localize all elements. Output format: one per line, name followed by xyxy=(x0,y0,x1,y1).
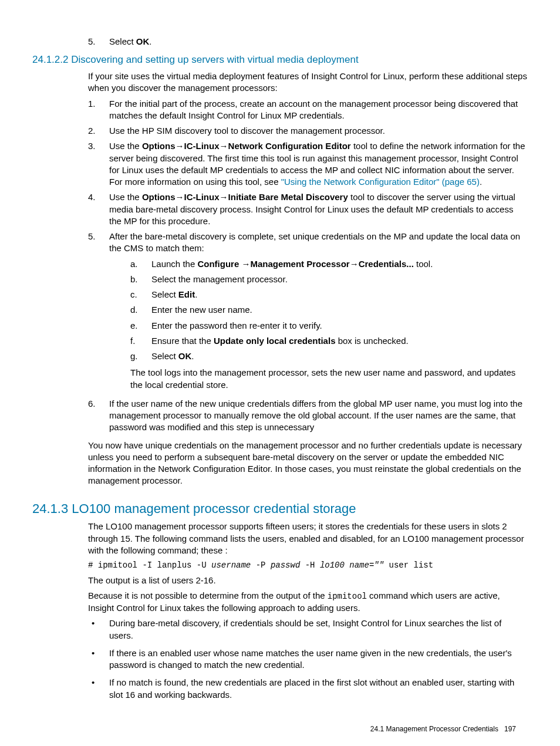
paragraph: The output is a list of users 2-16. xyxy=(88,575,528,586)
list-item: e. Enter the password then re-enter it t… xyxy=(130,320,528,332)
list-item: c. Select Edit. xyxy=(130,289,528,301)
alpha-list: a. Launch the Configure →Management Proc… xyxy=(130,258,528,363)
list-body: If there is an enabled user whose name m… xyxy=(109,647,528,671)
footer-section: 24.1 Management Processor Credentials xyxy=(370,725,498,733)
list-item: • If there is an enabled user whose name… xyxy=(88,647,528,671)
list-marker: e. xyxy=(130,320,151,332)
list-item: 5. Select OK. xyxy=(88,36,528,48)
list-marker: 3. xyxy=(88,140,109,188)
bullet-icon: • xyxy=(88,617,109,642)
list-item: g. Select OK. xyxy=(130,350,528,362)
list-marker: 4. xyxy=(88,191,109,227)
list-marker: f. xyxy=(130,335,151,347)
list-item: • During bare-metal discovery, if creden… xyxy=(88,617,528,642)
heading-24-1-2-2: 24.1.2.2 Discovering and setting up serv… xyxy=(32,53,528,67)
ordered-list: 1. For the initial part of the process, … xyxy=(88,98,528,434)
list-body: If no match is found, the new credential… xyxy=(109,677,528,701)
list-item: 2. Use the HP SIM discovery tool to disc… xyxy=(88,125,528,137)
bullet-icon: • xyxy=(88,677,109,701)
paragraph: You now have unique credentials on the m… xyxy=(88,440,528,487)
list-marker: c. xyxy=(130,289,151,301)
list-item: 3. Use the Options→IC-Linux→Network Conf… xyxy=(88,140,528,188)
list-item: 5. After the bare-metal discovery is com… xyxy=(88,231,528,394)
list-body: Enter the new user name. xyxy=(151,304,528,316)
list-body: Use the HP SIM discovery tool to discove… xyxy=(109,125,528,137)
paragraph: The LO100 management processor supports … xyxy=(88,521,528,556)
list-body: Ensure that the Update only local creden… xyxy=(151,335,528,347)
list-marker: 5. xyxy=(88,36,109,48)
list-item: f. Ensure that the Update only local cre… xyxy=(130,335,528,347)
list-marker: b. xyxy=(130,274,151,285)
list-item: 4. Use the Options→IC-Linux→Initiate Bar… xyxy=(88,191,528,227)
list-item: • If no match is found, the new credenti… xyxy=(88,677,528,701)
list-body: After the bare-metal discovery is comple… xyxy=(109,231,528,394)
code-block: # ipmitool -I lanplus -U username -P pas… xyxy=(88,560,528,571)
list-body: Select Edit. xyxy=(151,289,528,301)
bullet-list: • During bare-metal discovery, if creden… xyxy=(88,617,528,701)
list-marker: a. xyxy=(130,258,151,270)
list-item: d. Enter the new user name. xyxy=(130,304,528,316)
list-marker: 6. xyxy=(88,398,109,434)
list-item: 1. For the initial part of the process, … xyxy=(88,98,528,122)
inline-code: ipmitool xyxy=(328,592,367,601)
footer-page-number: 197 xyxy=(504,725,516,733)
bullet-icon: • xyxy=(88,647,109,671)
list-body: Enter the password then re-enter it to v… xyxy=(151,320,528,332)
list-body: If the user name of the new unique crede… xyxy=(109,398,528,434)
list-item: 6. If the user name of the new unique cr… xyxy=(88,398,528,434)
list-body: Select OK. xyxy=(151,350,528,362)
list-marker: d. xyxy=(130,304,151,316)
list-marker: 1. xyxy=(88,98,109,122)
paragraph: The tool logs into the management proces… xyxy=(130,367,528,391)
list-body: Use the Options→IC-Linux→Network Configu… xyxy=(109,140,528,188)
page-footer: 24.1 Management Processor Credentials 19… xyxy=(32,724,528,734)
list-body: Select OK. xyxy=(109,36,528,48)
list-body: For the initial part of the process, cre… xyxy=(109,98,528,122)
list-body: Use the Options→IC-Linux→Initiate Bare M… xyxy=(109,191,528,227)
list-marker: 2. xyxy=(88,125,109,137)
list-marker: 5. xyxy=(88,231,109,394)
xref-link[interactable]: "Using the Network Configuration Editor"… xyxy=(281,177,480,187)
list-item: b. Select the management processor. xyxy=(130,274,528,285)
paragraph: Because it is not possible to determine … xyxy=(88,590,528,614)
paragraph: If your site uses the virtual media depl… xyxy=(88,70,528,94)
list-marker: g. xyxy=(130,350,151,362)
list-body: Select the management processor. xyxy=(151,274,528,285)
intro-list: 5. Select OK. xyxy=(88,36,528,48)
list-body: During bare-metal discovery, if credenti… xyxy=(109,617,528,642)
list-body: Launch the Configure →Management Process… xyxy=(151,258,528,270)
list-item: a. Launch the Configure →Management Proc… xyxy=(130,258,528,270)
heading-24-1-3: 24.1.3 LO100 management processor creden… xyxy=(32,500,528,518)
